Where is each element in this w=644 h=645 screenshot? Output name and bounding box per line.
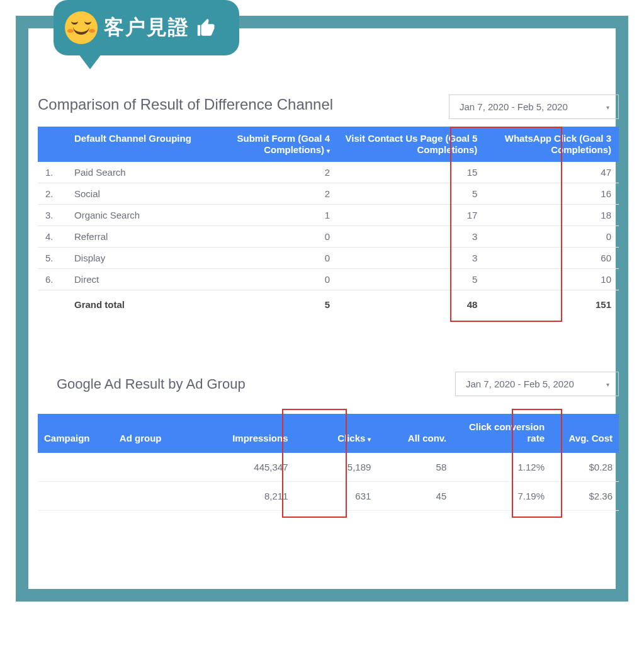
col-submit-form[interactable]: Submit Form (Goal 4 Completions)▾ [205,127,337,162]
cell-impressions: 445,347 [189,453,295,482]
cell-channel: Direct [67,269,205,290]
col-visit-contact[interactable]: Visit Contact Us Page (Goal 5 Completion… [337,127,485,162]
row-index: 6. [38,269,67,290]
cell-submit: 0 [205,226,337,248]
row-index: 5. [38,248,67,269]
cell-avgcost: $0.28 [551,453,619,482]
cell-whatsapp: 47 [485,162,619,183]
section1-header: Comparison of Result of Difference Chann… [38,94,619,119]
table-row[interactable]: 2.Social2516 [38,183,619,205]
testimonial-badge: 客户見證 [54,0,239,55]
cell-visit: 15 [337,162,485,183]
col-index [38,127,67,162]
chevron-down-icon: ▾ [606,103,609,110]
cell-allconv: 45 [377,482,453,511]
badge-text: 客户見證 [104,14,189,42]
table-row[interactable]: 8,211631457.19%$2.36 [38,482,619,511]
chevron-down-icon: ▾ [606,380,609,387]
cell-submit: 2 [205,162,337,183]
sort-desc-icon: ▾ [365,436,371,443]
row-index: 3. [38,205,67,226]
cell-whatsapp: 16 [485,183,619,205]
col-whatsapp[interactable]: WhatsApp Click (Goal 3 Completions) [485,127,619,162]
table-header-row: Default Channel Grouping Submit Form (Go… [38,127,619,162]
channel-comparison-table: Default Channel Grouping Submit Form (Go… [38,127,619,315]
table-row[interactable]: 6.Direct0510 [38,269,619,290]
cell-whatsapp: 18 [485,205,619,226]
total-label: Grand total [67,290,205,316]
cell-allconv: 58 [377,453,453,482]
col-impressions[interactable]: Impressions [189,414,295,453]
cell-visit: 3 [337,248,485,269]
total-submit: 5 [205,290,337,316]
cell-channel: Social [67,183,205,205]
col-campaign[interactable]: Campaign [38,414,113,453]
section2-header: Google Ad Result by Ad Group Jan 7, 2020… [57,372,619,396]
date-range-picker-2[interactable]: Jan 7, 2020 - Feb 5, 2020 ▾ [455,372,619,396]
cell-campaign [38,453,113,482]
cell-ccr: 7.19% [453,482,551,511]
table-row[interactable]: 4.Referral030 [38,226,619,248]
adgroup-result-table: Campaign Ad group Impressions Clicks▾ Al… [38,414,619,511]
smile-emoji-icon [65,11,98,44]
cell-visit: 5 [337,269,485,290]
cell-adgroup [113,453,189,482]
cell-visit: 5 [337,183,485,205]
table1-wrap: Default Channel Grouping Submit Form (Go… [38,127,619,315]
cell-impressions: 8,211 [189,482,295,511]
thumbs-up-icon [196,17,217,38]
cell-whatsapp: 0 [485,226,619,248]
table-total-row: Grand total548151 [38,290,619,316]
section1-title: Comparison of Result of Difference Chann… [38,94,333,115]
cell-visit: 17 [337,205,485,226]
table-row[interactable]: 3.Organic Search11718 [38,205,619,226]
cell-clicks: 5,189 [295,453,378,482]
col-clicks[interactable]: Clicks▾ [295,414,378,453]
col-adgroup[interactable]: Ad group [113,414,189,453]
cell-submit: 1 [205,205,337,226]
col-allconv[interactable]: All conv. [377,414,453,453]
cell-submit: 2 [205,183,337,205]
cell-visit: 3 [337,226,485,248]
col-avgcost[interactable]: Avg. Cost [551,414,619,453]
section2: Google Ad Result by Ad Group Jan 7, 2020… [38,372,619,511]
row-index: 2. [38,183,67,205]
table-row[interactable]: 445,3475,189581.12%$0.28 [38,453,619,482]
table-header-row: Campaign Ad group Impressions Clicks▾ Al… [38,414,619,453]
cell-adgroup [113,482,189,511]
table2-wrap: Campaign Ad group Impressions Clicks▾ Al… [38,414,619,511]
total-visit: 48 [337,290,485,316]
sort-desc-icon: ▾ [324,147,330,154]
cell-avgcost: $2.36 [551,482,619,511]
total-whatsapp: 151 [485,290,619,316]
cell-clicks: 631 [295,482,378,511]
cell-submit: 0 [205,248,337,269]
cell-submit: 0 [205,269,337,290]
date-range-picker-1[interactable]: Jan 7, 2020 - Feb 5, 2020 ▾ [449,94,619,119]
cell-ccr: 1.12% [453,453,551,482]
cell-whatsapp: 60 [485,248,619,269]
cell-whatsapp: 10 [485,269,619,290]
cell-campaign [38,482,113,511]
cell-channel: Referral [67,226,205,248]
table-row[interactable]: 1.Paid Search21547 [38,162,619,183]
row-index: 1. [38,162,67,183]
cell-channel: Display [67,248,205,269]
cell-channel: Paid Search [67,162,205,183]
date-range-value-2: Jan 7, 2020 - Feb 5, 2020 [466,379,574,389]
cell-channel: Organic Search [67,205,205,226]
date-range-value-1: Jan 7, 2020 - Feb 5, 2020 [460,101,568,112]
col-ccr[interactable]: Click conversion rate [453,414,551,453]
section2-title: Google Ad Result by Ad Group [57,375,246,394]
table-row[interactable]: 5.Display0360 [38,248,619,269]
row-index: 4. [38,226,67,248]
col-channel[interactable]: Default Channel Grouping [67,127,205,162]
